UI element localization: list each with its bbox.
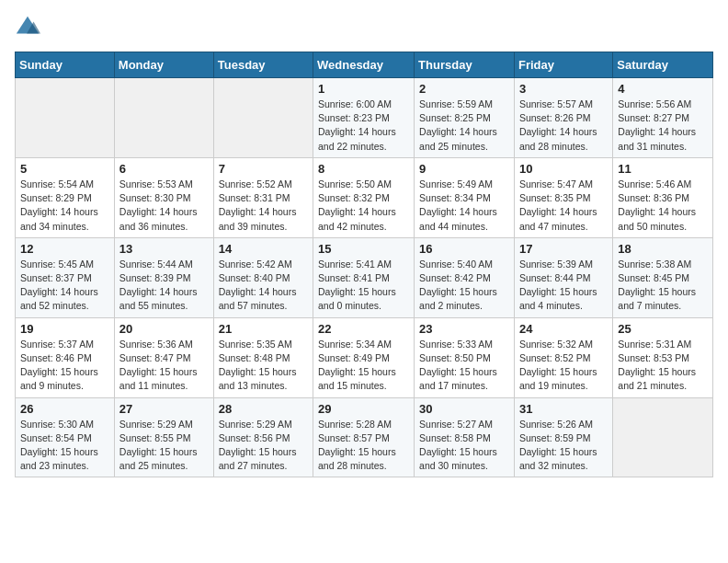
calendar-cell: 14Sunrise: 5:42 AM Sunset: 8:40 PM Dayli… xyxy=(213,237,313,317)
calendar-week-row: 1Sunrise: 6:00 AM Sunset: 8:23 PM Daylig… xyxy=(16,78,713,158)
cell-content: Sunrise: 5:44 AM Sunset: 8:39 PM Dayligh… xyxy=(119,258,209,314)
cell-content: Sunrise: 5:59 AM Sunset: 8:25 PM Dayligh… xyxy=(419,98,509,154)
calendar-table: SundayMondayTuesdayWednesdayThursdayFrid… xyxy=(15,52,713,477)
day-number: 21 xyxy=(219,322,308,336)
day-number: 13 xyxy=(119,242,209,256)
cell-content: Sunrise: 6:00 AM Sunset: 8:23 PM Dayligh… xyxy=(318,98,409,154)
calendar-cell: 19Sunrise: 5:37 AM Sunset: 8:46 PM Dayli… xyxy=(16,317,115,397)
day-number: 9 xyxy=(419,162,509,176)
day-number: 8 xyxy=(318,162,409,176)
day-number: 15 xyxy=(318,242,409,256)
calendar-header-row: SundayMondayTuesdayWednesdayThursdayFrid… xyxy=(16,52,713,78)
calendar-cell: 13Sunrise: 5:44 AM Sunset: 8:39 PM Dayli… xyxy=(114,237,213,317)
day-number: 17 xyxy=(519,242,608,256)
cell-content: Sunrise: 5:28 AM Sunset: 8:57 PM Dayligh… xyxy=(318,418,409,474)
calendar-cell: 11Sunrise: 5:46 AM Sunset: 8:36 PM Dayli… xyxy=(613,157,713,237)
cell-content: Sunrise: 5:39 AM Sunset: 8:44 PM Dayligh… xyxy=(519,258,608,314)
day-number: 24 xyxy=(519,322,608,336)
cell-content: Sunrise: 5:53 AM Sunset: 8:30 PM Dayligh… xyxy=(119,178,209,234)
calendar-week-row: 5Sunrise: 5:54 AM Sunset: 8:29 PM Daylig… xyxy=(16,157,713,237)
col-header-wednesday: Wednesday xyxy=(313,52,415,78)
calendar-cell: 22Sunrise: 5:34 AM Sunset: 8:49 PM Dayli… xyxy=(313,317,415,397)
col-header-monday: Monday xyxy=(114,52,213,78)
logo-icon xyxy=(15,15,40,40)
calendar-cell: 16Sunrise: 5:40 AM Sunset: 8:42 PM Dayli… xyxy=(415,237,515,317)
cell-content: Sunrise: 5:32 AM Sunset: 8:52 PM Dayligh… xyxy=(519,338,608,394)
calendar-cell: 3Sunrise: 5:57 AM Sunset: 8:26 PM Daylig… xyxy=(514,78,612,158)
calendar-cell: 18Sunrise: 5:38 AM Sunset: 8:45 PM Dayli… xyxy=(613,237,713,317)
col-header-thursday: Thursday xyxy=(415,52,515,78)
calendar-week-row: 12Sunrise: 5:45 AM Sunset: 8:37 PM Dayli… xyxy=(16,237,713,317)
calendar-cell: 7Sunrise: 5:52 AM Sunset: 8:31 PM Daylig… xyxy=(213,157,313,237)
day-number: 26 xyxy=(20,402,109,416)
day-number: 16 xyxy=(419,242,509,256)
calendar-cell xyxy=(16,78,115,158)
col-header-sunday: Sunday xyxy=(16,52,115,78)
calendar-cell: 28Sunrise: 5:29 AM Sunset: 8:56 PM Dayli… xyxy=(213,397,313,477)
calendar-cell: 24Sunrise: 5:32 AM Sunset: 8:52 PM Dayli… xyxy=(514,317,612,397)
cell-content: Sunrise: 5:57 AM Sunset: 8:26 PM Dayligh… xyxy=(519,98,608,154)
calendar-cell: 31Sunrise: 5:26 AM Sunset: 8:59 PM Dayli… xyxy=(514,397,612,477)
calendar-week-row: 19Sunrise: 5:37 AM Sunset: 8:46 PM Dayli… xyxy=(16,317,713,397)
calendar-cell: 8Sunrise: 5:50 AM Sunset: 8:32 PM Daylig… xyxy=(313,157,415,237)
page-header xyxy=(15,15,713,40)
calendar-cell: 6Sunrise: 5:53 AM Sunset: 8:30 PM Daylig… xyxy=(114,157,213,237)
day-number: 28 xyxy=(219,402,308,416)
calendar-cell: 12Sunrise: 5:45 AM Sunset: 8:37 PM Dayli… xyxy=(16,237,115,317)
calendar-cell: 1Sunrise: 6:00 AM Sunset: 8:23 PM Daylig… xyxy=(313,78,415,158)
cell-content: Sunrise: 5:26 AM Sunset: 8:59 PM Dayligh… xyxy=(519,418,608,474)
cell-content: Sunrise: 5:27 AM Sunset: 8:58 PM Dayligh… xyxy=(419,418,509,474)
logo xyxy=(15,15,42,40)
day-number: 6 xyxy=(119,162,209,176)
calendar-cell: 5Sunrise: 5:54 AM Sunset: 8:29 PM Daylig… xyxy=(16,157,115,237)
calendar-cell: 26Sunrise: 5:30 AM Sunset: 8:54 PM Dayli… xyxy=(16,397,115,477)
cell-content: Sunrise: 5:47 AM Sunset: 8:35 PM Dayligh… xyxy=(519,178,608,234)
cell-content: Sunrise: 5:49 AM Sunset: 8:34 PM Dayligh… xyxy=(419,178,509,234)
cell-content: Sunrise: 5:36 AM Sunset: 8:47 PM Dayligh… xyxy=(119,338,209,394)
calendar-cell: 4Sunrise: 5:56 AM Sunset: 8:27 PM Daylig… xyxy=(613,78,713,158)
calendar-week-row: 26Sunrise: 5:30 AM Sunset: 8:54 PM Dayli… xyxy=(16,397,713,477)
cell-content: Sunrise: 5:37 AM Sunset: 8:46 PM Dayligh… xyxy=(20,338,109,394)
calendar-cell xyxy=(114,78,213,158)
cell-content: Sunrise: 5:29 AM Sunset: 8:56 PM Dayligh… xyxy=(219,418,308,474)
col-header-friday: Friday xyxy=(514,52,612,78)
cell-content: Sunrise: 5:30 AM Sunset: 8:54 PM Dayligh… xyxy=(20,418,109,474)
cell-content: Sunrise: 5:40 AM Sunset: 8:42 PM Dayligh… xyxy=(419,258,509,314)
cell-content: Sunrise: 5:45 AM Sunset: 8:37 PM Dayligh… xyxy=(20,258,109,314)
calendar-cell xyxy=(213,78,313,158)
cell-content: Sunrise: 5:41 AM Sunset: 8:41 PM Dayligh… xyxy=(318,258,409,314)
day-number: 10 xyxy=(519,162,608,176)
cell-content: Sunrise: 5:56 AM Sunset: 8:27 PM Dayligh… xyxy=(618,98,708,154)
col-header-tuesday: Tuesday xyxy=(213,52,313,78)
cell-content: Sunrise: 5:54 AM Sunset: 8:29 PM Dayligh… xyxy=(20,178,109,234)
cell-content: Sunrise: 5:52 AM Sunset: 8:31 PM Dayligh… xyxy=(219,178,308,234)
day-number: 3 xyxy=(519,82,608,96)
calendar-cell: 30Sunrise: 5:27 AM Sunset: 8:58 PM Dayli… xyxy=(415,397,515,477)
calendar-cell: 10Sunrise: 5:47 AM Sunset: 8:35 PM Dayli… xyxy=(514,157,612,237)
calendar-cell: 25Sunrise: 5:31 AM Sunset: 8:53 PM Dayli… xyxy=(613,317,713,397)
calendar-cell: 27Sunrise: 5:29 AM Sunset: 8:55 PM Dayli… xyxy=(114,397,213,477)
calendar-cell xyxy=(613,397,713,477)
day-number: 5 xyxy=(20,162,109,176)
day-number: 7 xyxy=(219,162,308,176)
day-number: 2 xyxy=(419,82,509,96)
calendar-cell: 20Sunrise: 5:36 AM Sunset: 8:47 PM Dayli… xyxy=(114,317,213,397)
day-number: 18 xyxy=(618,242,708,256)
col-header-saturday: Saturday xyxy=(613,52,713,78)
cell-content: Sunrise: 5:33 AM Sunset: 8:50 PM Dayligh… xyxy=(419,338,509,394)
cell-content: Sunrise: 5:34 AM Sunset: 8:49 PM Dayligh… xyxy=(318,338,409,394)
cell-content: Sunrise: 5:31 AM Sunset: 8:53 PM Dayligh… xyxy=(618,338,708,394)
day-number: 30 xyxy=(419,402,509,416)
cell-content: Sunrise: 5:46 AM Sunset: 8:36 PM Dayligh… xyxy=(618,178,708,234)
cell-content: Sunrise: 5:50 AM Sunset: 8:32 PM Dayligh… xyxy=(318,178,409,234)
day-number: 25 xyxy=(618,322,708,336)
cell-content: Sunrise: 5:42 AM Sunset: 8:40 PM Dayligh… xyxy=(219,258,308,314)
day-number: 12 xyxy=(20,242,109,256)
day-number: 31 xyxy=(519,402,608,416)
day-number: 14 xyxy=(219,242,308,256)
day-number: 4 xyxy=(618,82,708,96)
day-number: 20 xyxy=(119,322,209,336)
day-number: 27 xyxy=(119,402,209,416)
calendar-cell: 2Sunrise: 5:59 AM Sunset: 8:25 PM Daylig… xyxy=(415,78,515,158)
cell-content: Sunrise: 5:38 AM Sunset: 8:45 PM Dayligh… xyxy=(618,258,708,314)
